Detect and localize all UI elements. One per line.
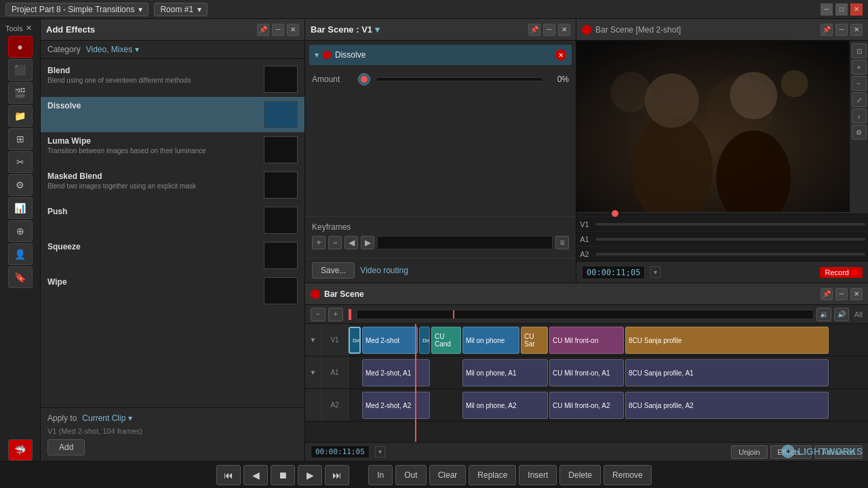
amount-keyframe-icon[interactable] [358,73,370,85]
save-button[interactable]: Save... [312,262,355,279]
tl-scrubber[interactable] [357,310,814,319]
tool-8[interactable]: ⊕ [8,220,33,242]
play-keyframe-button[interactable]: ▶ [361,236,374,249]
out-button[interactable]: Out [395,465,426,485]
remove-keyframe-button[interactable]: − [328,236,342,249]
expand-icon[interactable]: ▾ [315,50,319,60]
minimize-v1-button[interactable]: ─ [543,24,555,36]
effect-item-squeeze[interactable]: Squeeze [41,238,304,273]
clip-a2-sanja[interactable]: 8CU Sanja profile, A2 [625,392,829,419]
replace-button[interactable]: Replace [469,465,516,485]
zoom-in-button[interactable]: + [852,60,867,75]
room-selector[interactable]: Room #1 ▾ [154,3,208,16]
tool-2[interactable]: 🎬 [8,82,33,104]
tool-3[interactable]: 📁 [8,105,33,127]
clip-dissolv-2[interactable]: Diss [419,327,430,354]
close-v1-button[interactable]: ✕ [558,24,570,36]
clip-a1-cu-mil[interactable]: CU Mil front-on, A1 [549,359,624,386]
kf-options-button[interactable]: ≡ [555,236,569,249]
tool-9[interactable]: 👤 [8,243,33,265]
maximize-button[interactable]: □ [835,3,848,16]
play-button[interactable]: ▶ [298,465,322,485]
category-selector[interactable]: Video, Mixes ▾ [86,45,139,54]
keyframe-timeline[interactable] [377,236,553,249]
kf-prev-button[interactable]: ◀ [344,236,358,249]
delete-button[interactable]: Delete [559,465,601,485]
minimize-timeline-button[interactable]: ─ [835,288,848,300]
apply-to-selector[interactable]: Current Clip ▾ [82,413,132,423]
step-back-button[interactable]: ◀ [243,465,268,485]
clip-dissolv-1[interactable]: Diss [349,327,361,354]
clip-a2-med2shot[interactable]: Med 2-shot, A2 [362,392,430,419]
clip-a1-mil-phone[interactable]: Mil on phone, A1 [462,359,548,386]
a1-track-body[interactable]: Med 2-shot, A1 Mil on phone, A1 CU Mil f… [349,357,868,388]
close-timeline-button[interactable]: ✕ [850,288,863,300]
record-button[interactable]: Record [820,267,863,278]
effect-item-luma-wipe[interactable]: Luma Wipe Transition between images base… [41,132,304,167]
tool-10[interactable]: 🔖 [8,266,33,288]
project-title[interactable]: Project Part 8 - Simple Transitions ▾ [5,3,149,16]
shark-tool[interactable]: 🦈 [8,439,33,461]
effect-item-dissolve[interactable]: Dissolve [41,97,304,132]
tool-4[interactable]: ⊞ [8,128,33,150]
clip-a2-mil-phone[interactable]: Mil on phone, A2 [462,392,548,419]
video-routing-button[interactable]: Video routing [360,266,408,275]
a2-expand-button[interactable] [305,389,321,421]
clip-mil-phone[interactable]: Mil on phone [462,327,519,354]
clip-med-2shot[interactable]: Med 2-shot [362,327,418,354]
zoom-out-button[interactable]: − [852,76,867,91]
effect-item-push[interactable]: Push [41,203,304,238]
a1-expand-button[interactable]: ▼ [305,357,321,388]
add-keyframe-button[interactable]: + [312,236,326,249]
effect-item-blend[interactable]: Blend Blend using one of seventeen diffe… [41,62,304,97]
timeline-timecode-dropdown[interactable]: ▾ [375,446,385,458]
close-button[interactable]: ✕ [850,3,863,16]
tool-5[interactable]: ✂ [8,151,33,173]
zoom-fit-button[interactable]: ⊡ [852,43,867,58]
clear-button[interactable]: Clear [429,465,467,485]
go-to-end-button[interactable]: ⏭ [325,465,349,485]
clip-cu-cand[interactable]: CU Cand [431,327,461,354]
amount-slider[interactable] [376,77,543,81]
preview-scrubber[interactable] [576,212,868,216]
close-panel-button[interactable]: ✕ [287,24,299,36]
remove-button[interactable]: Remove [604,465,652,485]
tool-7[interactable]: 📊 [8,197,33,219]
clip-a1-sanja[interactable]: 8CU Sanja profile, A1 [625,359,829,386]
remove-effect-button[interactable]: ✕ [555,49,566,60]
stop-button[interactable]: ⏹ [271,465,295,485]
settings-button[interactable]: ⚙ [852,125,867,140]
pin-timeline-button[interactable]: 📌 [821,288,833,300]
minimize-panel-button[interactable]: ─ [272,24,284,36]
pin-v1-button[interactable]: 📌 [528,24,540,36]
insert-button[interactable]: Insert [519,465,557,485]
pin-button[interactable]: 📌 [257,24,269,36]
clip-8cu-sanja[interactable]: 8CU Sanja profile [625,327,829,354]
v1-expand-button[interactable]: ▼ [305,324,321,356]
audio-vol-up[interactable]: 🔊 [834,308,849,321]
unjoin-button[interactable]: Unjoin [731,445,767,459]
clip-a1-med2shot[interactable]: Med 2-shot, A1 [362,359,430,386]
pin-preview-button[interactable]: 📌 [821,24,833,36]
zoom-out-tl-button[interactable]: − [311,308,326,321]
audio-vol-down[interactable]: 🔉 [816,308,831,321]
go-to-start-button[interactable]: ⏮ [216,465,241,485]
clip-a2-cu-mil[interactable]: CU Mil front-on, A2 [549,392,624,419]
tool-6[interactable]: ⚙ [8,174,33,196]
minimize-button[interactable]: ─ [821,3,833,16]
v1-track-body[interactable]: Diss Med 2-shot Diss CU Cand Mil on phon… [349,324,868,356]
effect-item-masked-blend[interactable]: Masked Blend Blend two images together u… [41,167,304,203]
a2-track-body[interactable]: Med 2-shot, A2 Mil on phone, A2 CU Mil f… [349,389,868,421]
zoom-in-tl-button[interactable]: + [328,308,343,321]
clip-cu-mil[interactable]: CU Mil front-on [549,327,624,354]
clip-cu-sar[interactable]: CU Sar [521,327,548,354]
fullscreen-button[interactable]: ⤢ [852,92,867,107]
close-preview-button[interactable]: ✕ [850,24,863,36]
in-button[interactable]: In [368,465,393,485]
audio-button[interactable]: ♪ [852,108,867,123]
add-button[interactable]: Add [47,439,85,455]
effect-item-wipe[interactable]: Wipe [41,273,304,308]
minimize-preview-button[interactable]: ─ [835,24,848,36]
record-tool[interactable]: ● [8,36,33,58]
tool-1[interactable]: ⬛ [8,59,33,81]
